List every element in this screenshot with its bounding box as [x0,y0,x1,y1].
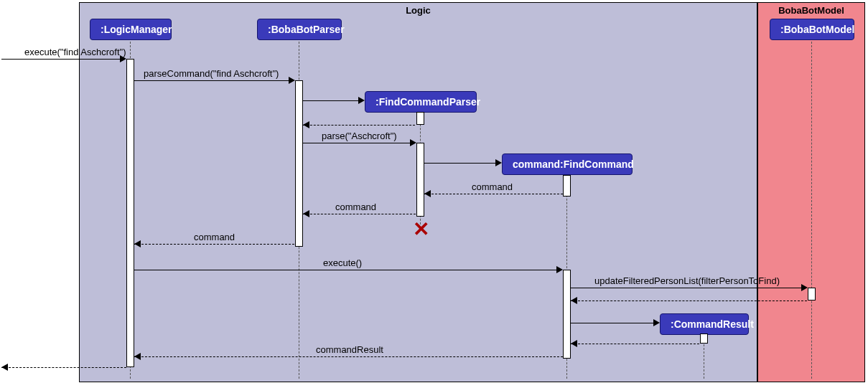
lifeline-model [811,38,812,379]
activation-model [808,288,816,301]
msg-return-out [1,367,126,368]
label-logicmanager: :LogicManager [101,24,172,35]
label-updatefiltered: updateFilteredPersonList(filterPersonToF… [594,275,780,286]
activation-findcommand-2 [563,270,571,359]
label-execute: execute() [323,257,362,268]
participant-findcommandparser: :FindCommandParser [365,91,477,113]
arrow-execute [556,266,563,273]
msg-commandresult [134,356,563,357]
label-command-2: command [335,202,376,212]
msg-create-fcp [303,100,360,101]
arrow-return-fcp [303,121,309,128]
activation-commandresult [700,333,708,344]
arrow-return-cr [571,340,577,347]
label-findcommand: command:FindCommand [513,158,634,170]
participant-logicmanager: :LogicManager [90,19,172,40]
label-commandresult: :CommandResult [671,318,754,330]
arrow-return-model [571,297,577,304]
msg-parse [303,143,414,143]
msg-return-fcp [303,125,415,126]
activation-findcommandparser-1 [416,112,424,125]
arrow-return-out [1,364,8,371]
label-execute-in: execute("find Aschcroft") [24,47,126,57]
activation-logicmanager [126,59,134,367]
arrow-updatefiltered [801,284,808,291]
arrow-commandresult [134,353,141,360]
label-parser: :BobaBotParser [268,24,345,35]
arrow-parse [410,139,416,146]
msg-command-3 [134,244,294,245]
activation-parser [295,80,303,247]
msg-execute [134,270,560,270]
label-parsecommand: parseCommand("find Aschcroft") [144,68,279,79]
arrow-command-3 [134,240,141,247]
label-model: :BobaBotModel [780,24,854,35]
sequence-diagram: Logic BobaBotModel :LogicManager :BobaBo… [0,0,868,388]
msg-return-cr [571,344,699,344]
msg-create-cr [571,323,656,323]
activation-findcommandparser-2 [416,143,424,217]
destroy-icon: ✕ [413,219,429,240]
participant-parser: :BobaBotParser [257,19,342,40]
msg-parsecommand [134,80,291,81]
msg-updatefiltered [571,288,805,288]
label-findcommandparser: :FindCommandParser [375,96,480,108]
msg-return-model [571,301,807,301]
arrow-command-2 [303,210,309,217]
arrow-create-fc [495,159,502,166]
msg-command-1 [424,194,563,194]
label-command-1: command [472,181,513,192]
label-commandresult: commandResult [316,344,383,355]
arrow-command-1 [424,190,431,197]
region-logic-label: Logic [406,5,431,16]
msg-execute-in [1,59,122,60]
arrow-create-fcp [358,97,365,104]
region-model-label: BobaBotModel [778,5,844,16]
msg-create-fc [424,163,498,164]
participant-commandresult: :CommandResult [660,313,749,335]
participant-model: :BobaBotModel [770,19,854,40]
arrow-parsecommand [289,77,295,84]
label-command-3: command [194,232,235,242]
label-parse: parse("Aschcroft") [322,131,397,141]
arrow-create-cr [653,319,660,326]
msg-command-2 [303,214,416,214]
activation-findcommand-1 [563,175,571,197]
participant-findcommand: command:FindCommand [502,153,633,175]
